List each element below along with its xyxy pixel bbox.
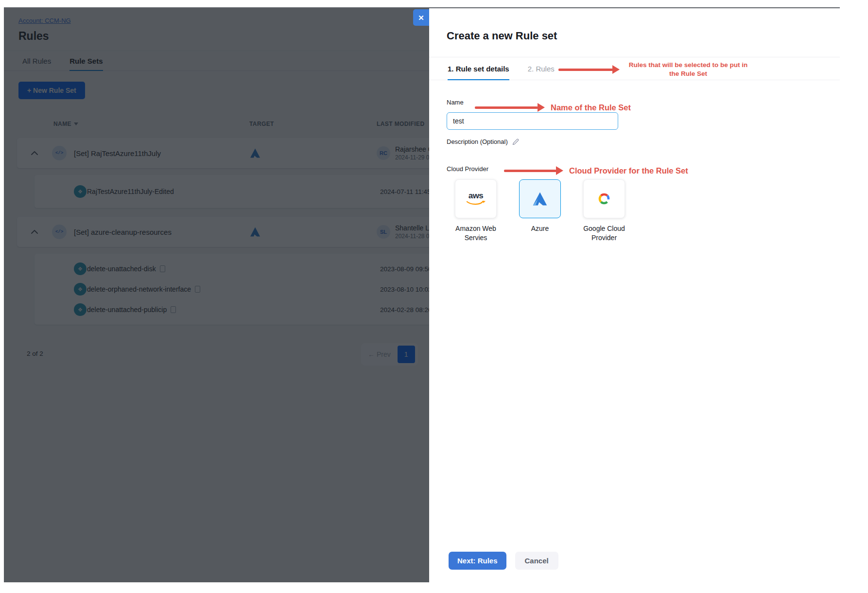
rule-modified-date: 2023-08-10 10:02 (380, 286, 429, 293)
rule-icon: ❖ (74, 185, 87, 198)
copy-icon[interactable] (160, 265, 165, 272)
azure-target-icon (249, 226, 261, 238)
rule-set-row[interactable]: </> [Set] RajTestAzure11thJuly RC Rajars… (17, 138, 429, 168)
cloud-provider-options: aws Amazon Web Servies Azure (447, 179, 840, 243)
create-rule-set-drawer: ✕ Create a new Rule set 1. Rule set deta… (429, 8, 840, 582)
provider-label: Google Cloud Provider (575, 224, 633, 243)
rule-name: delete-orphaned-network-interface (87, 285, 191, 293)
rule-name: delete-unattached-publicip (87, 306, 167, 314)
next-rules-button[interactable]: Next: Rules (449, 552, 506, 570)
provider-label: Amazon Web Servies (447, 224, 505, 243)
rule-row[interactable]: ❖ delete-unattached-disk 2023-08-09 09:5… (35, 259, 429, 279)
last-modified-cell: SL Shantelle L 2024-11-28 04 (377, 224, 429, 240)
edit-icon[interactable] (512, 139, 519, 145)
prev-page-button[interactable]: ← Prev (368, 350, 391, 358)
rule-sets-table: NAME TARGET LAST MODIFIED </> [Set] RajT… (17, 121, 429, 325)
rule-set-rules: ❖ RajTestAzure11thJuly-Edited 2024-07-11… (35, 175, 429, 208)
rule-set-name: [Set] azure-cleanup-resources (74, 228, 172, 236)
rule-set-name: [Set] RajTestAzure11thJuly (74, 149, 161, 157)
collapse-chevron-icon[interactable] (31, 151, 38, 155)
provider-label: Azure (531, 224, 549, 233)
cancel-button[interactable]: Cancel (515, 552, 558, 570)
rule-row[interactable]: ❖ delete-orphaned-network-interface 2023… (35, 279, 429, 299)
modified-date: 2024-11-29 01 (395, 154, 429, 161)
pagination-controls: ← Prev 1 (361, 343, 418, 366)
annotation-text: Rules that will be selected to be put in… (625, 61, 751, 78)
rule-row[interactable]: ❖ RajTestAzure11thJuly-Edited 2024-07-11… (35, 180, 429, 203)
copy-icon[interactable] (195, 286, 200, 293)
avatar: RC (377, 146, 390, 160)
column-header-name[interactable]: NAME (53, 121, 78, 127)
rules-page: Account: CCM-NG Rules All Rules Rule Set… (4, 8, 429, 582)
annotation-rules-step: Rules that will be selected to be put in… (558, 59, 751, 80)
modified-by: Shantelle L (395, 224, 429, 232)
rules-tab-bar: All Rules Rule Sets (4, 51, 429, 71)
pagination: 2 of 2 ← Prev 1 (18, 343, 429, 366)
close-icon[interactable]: ✕ (413, 9, 429, 26)
new-rule-set-button[interactable]: + New Rule Set (18, 82, 85, 99)
pagination-summary: 2 of 2 (27, 350, 43, 357)
rule-icon: ❖ (74, 303, 87, 316)
azure-target-icon (249, 147, 261, 159)
column-header-target: TARGET (249, 121, 274, 127)
rule-name: delete-unattached-disk (87, 265, 156, 273)
annotation-cloud-provider: Cloud Provider for the Rule Set (504, 164, 688, 177)
modified-date: 2024-11-28 04 (395, 233, 429, 240)
description-label: Description (Optional) (447, 138, 508, 145)
collapse-chevron-icon[interactable] (31, 230, 38, 234)
azure-logo-icon (531, 190, 549, 208)
rule-modified-date: 2024-07-11 11:45 A (380, 188, 429, 195)
sort-caret-icon (74, 122, 78, 125)
account-breadcrumb[interactable]: Account: CCM-NG (18, 17, 71, 24)
page-number-button[interactable]: 1 (398, 346, 415, 363)
annotation-text: Cloud Provider for the Rule Set (569, 166, 688, 175)
app-frame: Account: CCM-NG Rules All Rules Rule Set… (4, 7, 840, 582)
column-header-last-modified: LAST MODIFIED (377, 121, 425, 127)
tab-rule-sets[interactable]: Rule Sets (69, 51, 103, 70)
rule-modified-date: 2024-02-28 08:26 (380, 306, 429, 314)
screenshot-canvas: Account: CCM-NG Rules All Rules Rule Set… (0, 0, 868, 593)
aws-smile-icon (466, 201, 486, 207)
rule-set-row[interactable]: </> [Set] azure-cleanup-resources SL Sha… (17, 217, 429, 247)
gcp-logo-icon (595, 190, 613, 208)
drawer-title: Create a new Rule set (447, 30, 840, 42)
rule-icon: ❖ (74, 262, 87, 275)
provider-card-aws[interactable]: aws Amazon Web Servies (447, 179, 505, 243)
annotation-name: Name of the Rule Set (475, 101, 631, 114)
name-input[interactable] (447, 112, 618, 130)
page-title: Rules (18, 30, 429, 43)
table-header: NAME TARGET LAST MODIFIED (17, 121, 429, 131)
step-rule-set-details[interactable]: 1. Rule set details (448, 57, 509, 80)
step-rules[interactable]: 2. Rules (528, 57, 555, 80)
aws-logo-icon: aws (469, 191, 484, 201)
provider-card-azure[interactable]: Azure (511, 179, 569, 243)
rule-icon: ❖ (74, 283, 87, 296)
rule-set-rules: ❖ delete-unattached-disk 2023-08-09 09:5… (35, 254, 429, 325)
drawer-actions: Next: Rules Cancel (449, 552, 558, 570)
rule-name: RajTestAzure11thJuly-Edited (87, 188, 174, 195)
modified-by: Rajarshee C (395, 145, 429, 153)
tab-all-rules[interactable]: All Rules (22, 51, 51, 70)
rule-set-icon: </> (52, 225, 67, 239)
rule-row[interactable]: ❖ delete-unattached-publicip 2024-02-28 … (35, 299, 429, 320)
provider-card-gcp[interactable]: Google Cloud Provider (575, 179, 633, 243)
annotation-text: Name of the Rule Set (551, 103, 631, 112)
last-modified-cell: RC Rajarshee C 2024-11-29 01 (377, 145, 429, 161)
copy-icon[interactable] (171, 306, 176, 313)
avatar: SL (377, 225, 390, 239)
rule-modified-date: 2023-08-09 09:50 (380, 265, 429, 273)
rule-set-icon: </> (52, 146, 67, 160)
